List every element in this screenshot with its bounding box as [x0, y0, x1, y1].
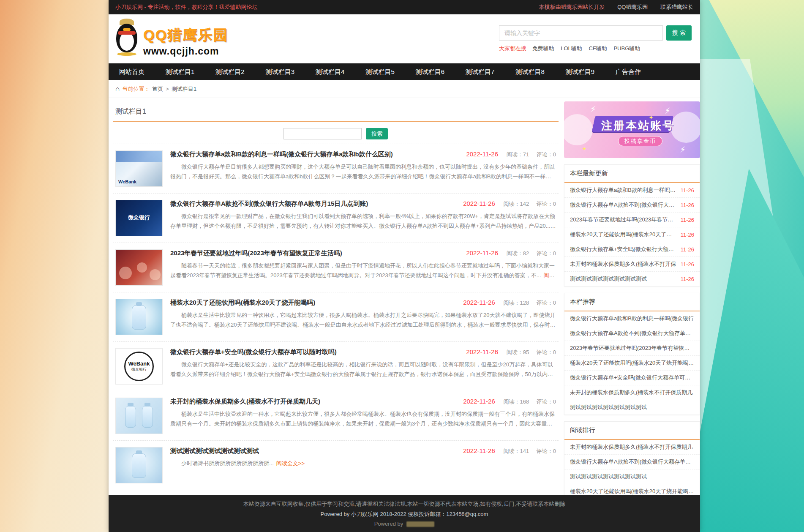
recommend-link[interactable]: 微众银行大额存单+安全吗(微众银行大额存单可以随 [570, 374, 694, 382]
breadcrumb-home-link[interactable]: 首页 [152, 85, 163, 93]
latest-date: 11-26 [681, 202, 694, 208]
article-title-link[interactable]: 微众银行大额存单a款和B款的利息一样吗(微众银行大额存单a款和b款什么区别) [170, 150, 460, 158]
list-item: 未开封的桶装水保质期多久(桶装水不打开保质期几 [564, 385, 700, 400]
latest-link[interactable]: 微众银行大额存单a款和B款的利息一样吗(微 [570, 186, 677, 194]
recommend-link[interactable]: 微众银行大额存单a款和B款的利息一样吗(微众银行 [570, 315, 694, 322]
article-meta: 2022-11-26 阅读：82 评论：0 [466, 249, 556, 257]
hot-link-lol[interactable]: LOL辅助 [561, 45, 582, 52]
article-summary: 随着春节一天天的临近，很多朋友都想要赶紧回家与家人团聚，但是由于时下疫情遍地开花… [170, 261, 556, 281]
article-title-link[interactable]: 微众银行大额存单A款抢不到(微众银行大额存单A款每月15日几点到账) [170, 200, 457, 208]
lightning-icon: ⚡ [665, 106, 670, 116]
latest-link[interactable]: 微众银行大额存单A款抢不到(微众银行大额存 [570, 201, 677, 209]
nav-item-column5[interactable]: 测试栏目5 [355, 63, 405, 80]
latest-link[interactable]: 微众银行大额存单+安全吗(微众银行大额存单 [570, 246, 677, 253]
breadcrumb-label: 当前位置： [122, 85, 150, 93]
nav-item-column9[interactable]: 测试栏目9 [555, 63, 605, 80]
pagination: 第1/1页 每页10条,共7条记录 « « 1 » » [113, 490, 559, 495]
nav-item-column1[interactable]: 测试栏目1 [155, 63, 205, 80]
star-icon: ✦ [582, 145, 587, 152]
nav-item-ads[interactable]: 广告合作 [605, 63, 651, 80]
ranking-link[interactable]: 未开封的桶装水保质期多久(桶装水不打开保质期几 [570, 443, 694, 451]
recommend-link[interactable]: 2023年春节还要就地过年吗(2023年春节有望恢复正 [570, 344, 694, 352]
register-banner[interactable]: 注册本站账号 投稿拿金币 ⚡ ⚡ ⚡ ✦ ✦ [564, 101, 700, 158]
article-thumbnail[interactable]: 微众银行 [115, 200, 163, 236]
article-thumbnail[interactable]: WeBank微众银行 [115, 348, 163, 385]
banner-subtitle: 投稿拿金币 [618, 136, 662, 146]
recommend-link[interactable]: 微众银行大额存单A款抢不到(微众银行大额存单A款 [570, 330, 694, 337]
list-item: 微众银行大额存单A款抢不到(微众银行大额存单A款 [564, 455, 700, 469]
lightning-icon: ⚡ [680, 145, 686, 155]
article-thumbnail[interactable] [115, 249, 163, 286]
latest-link[interactable]: 桶装水20天了还能饮用吗(桶装水20天了烧开 [570, 231, 677, 238]
article-item: WeBank微众银行 微众银行大额存单+安全吗(微众银行大额存单可以随时取吗) … [113, 342, 559, 391]
ranking-link[interactable]: 测试测试测试测试测试测试测试 [570, 473, 694, 480]
header-search-area: 搜 索 大家都在搜 免费辅助 LOL辅助 CF辅助 PUBG辅助 [499, 25, 693, 52]
article-date: 2022-11-26 [463, 398, 495, 405]
article-title-link[interactable]: 桶装水20天了还能饮用吗(桶装水20天了烧开能喝吗) [170, 299, 457, 307]
article-meta: 2022-11-26 阅读：71 评论：0 [466, 150, 556, 158]
latest-date: 11-26 [681, 246, 694, 253]
footer-disclaimer: 本站资源来自互联网收集,仅供用于学习和交流,请遵循相关法律法规,本站一切资源不代… [113, 500, 696, 508]
article-summary: 微众银行大额存单+还是比较安全的，这款产品的利率还是比较高的，相比银行来说的话，… [170, 360, 556, 379]
list-item: 测试测试测试测试测试测试测试11-26 [564, 272, 700, 286]
home-icon: ⌂ [115, 85, 120, 93]
list-search-input[interactable] [283, 128, 362, 139]
recommend-link[interactable]: 测试测试测试测试测试测试测试 [570, 404, 694, 411]
footer: 本站资源来自互联网收集,仅供用于学习和交流,请遵循相关法律法规,本站一切资源不代… [109, 495, 700, 532]
read-more-link[interactable]: 阅读全文>> [276, 460, 305, 467]
ranking-link[interactable]: 桶装水20天了还能饮用吗(桶装水20天了烧开能喝吗) [570, 488, 694, 495]
article-title-link[interactable]: 测试测试测试测试测试测试测试 [170, 447, 457, 455]
topbar-link-qq-park[interactable]: QQ猎鹰乐园 [617, 4, 648, 10]
article-thumbnail[interactable]: WeBank [115, 150, 163, 187]
article-comments: 评论：0 [537, 250, 556, 256]
section-title: 测试栏目1 [113, 101, 559, 122]
header-search-input[interactable] [499, 25, 663, 41]
article-meta: 2022-11-26 阅读：128 评论：0 [463, 299, 556, 307]
ranking-link[interactable]: 微众银行大额存单A款抢不到(微众银行大额存单A款 [570, 458, 694, 466]
lightning-icon: ⚡ [590, 104, 596, 114]
topbar-link-template-author[interactable]: 本模板由猎鹰乐园站长开发 [539, 4, 605, 10]
article-title-link[interactable]: 2023年春节还要就地过年吗(2023年春节有望恢复正常生活吗) [170, 249, 460, 257]
nav-item-column4[interactable]: 测试栏目4 [305, 63, 355, 80]
main-column: 测试栏目1 搜索 WeBank 微众银行大额存单a款和B款的利息一样吗(微众银行… [113, 101, 559, 495]
latest-updates-title: 本栏最新更新 [564, 165, 700, 183]
article-thumbnail[interactable] [115, 299, 163, 335]
nav-item-column2[interactable]: 测试栏目2 [205, 63, 255, 80]
article-meta: 2022-11-26 阅读：168 评论：0 [463, 398, 556, 406]
article-title-link[interactable]: 微众银行大额存单+安全吗(微众银行大额存单可以随时取吗) [170, 348, 460, 356]
footer-copyright: Powered by 小刀娱乐网 2018-2022 侵权投诉邮箱：123456… [113, 510, 696, 518]
list-item: 微众银行大额存单+安全吗(微众银行大额存单可以随 [564, 371, 700, 385]
star-icon: ✦ [649, 114, 654, 121]
site-logo[interactable]: QQ猎鹰乐园 www.qcjjh.com [114, 19, 228, 57]
header-search-button[interactable]: 搜 索 [666, 25, 692, 41]
article-thumbnail[interactable] [115, 447, 163, 483]
article-comments: 评论：0 [537, 349, 556, 355]
recommend-link[interactable]: 未开封的桶装水保质期多久(桶装水不打开保质期几 [570, 389, 694, 396]
topbar-link-contact[interactable]: 联系猎鹰站长 [660, 4, 693, 10]
article-comments: 评论：0 [537, 151, 556, 158]
latest-date: 11-26 [681, 217, 694, 223]
nav-item-column6[interactable]: 测试栏目6 [405, 63, 455, 80]
article-meta: 2022-11-26 阅读：142 评论：0 [463, 200, 556, 208]
nav-item-column7[interactable]: 测试栏目7 [455, 63, 505, 80]
hot-link-pubg[interactable]: PUBG辅助 [613, 45, 640, 52]
article-item: 未开封的桶装水保质期多久(桶装水不打开保质期几天) 2022-11-26 阅读：… [113, 391, 559, 441]
latest-link[interactable]: 测试测试测试测试测试测试测试 [570, 275, 677, 283]
list-item: 测试测试测试测试测试测试测试 [564, 400, 700, 415]
hot-link-cf[interactable]: CF辅助 [589, 45, 607, 52]
nav-item-home[interactable]: 网站首页 [109, 63, 155, 80]
breadcrumb: ⌂ 当前位置： 首页 > 测试栏目1 [109, 80, 700, 98]
list-item: 桶装水20天了还能饮用吗(桶装水20天了烧开能喝吗) [564, 484, 700, 495]
hot-link-free-assist[interactable]: 免费辅助 [532, 45, 554, 52]
list-search-button[interactable]: 搜索 [366, 128, 388, 139]
latest-link[interactable]: 未开封的桶装水保质期多久(桶装水不打开保 [570, 260, 677, 268]
nav-item-column8[interactable]: 测试栏目8 [505, 63, 555, 80]
latest-link[interactable]: 2023年春节还要就地过年吗(2023年春节有望 [570, 216, 677, 224]
nav-item-column3[interactable]: 测试栏目3 [255, 63, 305, 80]
list-item: 微众银行大额存单a款和B款的利息一样吗(微众银行 [564, 311, 700, 326]
article-title-link[interactable]: 未开封的桶装水保质期多久(桶装水不打开保质期几天) [170, 398, 457, 406]
topbar-slogan: 小刀娱乐网 - 专注活动，软件，教程分享！我爱辅助网论坛 [115, 3, 258, 11]
article-thumbnail[interactable] [115, 398, 163, 434]
recommend-link[interactable]: 桶装水20天了还能饮用吗(桶装水20天了烧开能喝吗) [570, 359, 694, 367]
article-views: 阅读：168 [503, 398, 529, 405]
